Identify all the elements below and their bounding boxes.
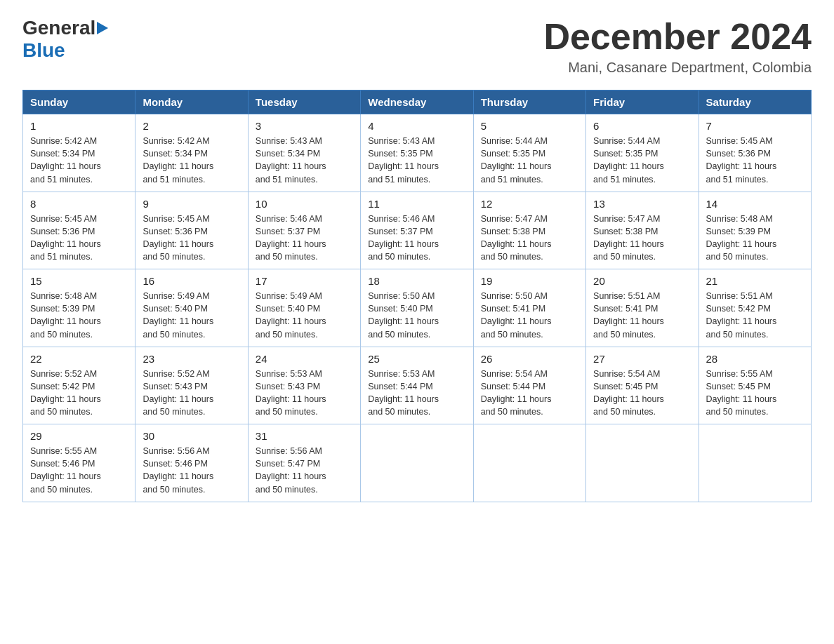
day-number: 9 xyxy=(143,198,240,210)
calendar-table: SundayMondayTuesdayWednesdayThursdayFrid… xyxy=(22,90,812,502)
weekday-header-tuesday: Tuesday xyxy=(248,90,360,114)
day-info: Sunrise: 5:42 AM Sunset: 5:34 PM Dayligh… xyxy=(143,135,240,186)
day-number: 3 xyxy=(256,120,353,132)
day-number: 6 xyxy=(593,120,691,132)
day-number: 12 xyxy=(481,198,578,210)
day-info: Sunrise: 5:48 AM Sunset: 5:39 PM Dayligh… xyxy=(706,213,804,264)
empty-cell xyxy=(586,424,699,502)
day-cell-23: 23 Sunrise: 5:52 AM Sunset: 5:43 PM Dayl… xyxy=(135,347,248,424)
day-info: Sunrise: 5:55 AM Sunset: 5:46 PM Dayligh… xyxy=(30,445,128,496)
week-row-3: 15 Sunrise: 5:48 AM Sunset: 5:39 PM Dayl… xyxy=(23,269,812,347)
day-info: Sunrise: 5:46 AM Sunset: 5:37 PM Dayligh… xyxy=(368,213,465,264)
day-cell-30: 30 Sunrise: 5:56 AM Sunset: 5:46 PM Dayl… xyxy=(135,424,248,502)
day-info: Sunrise: 5:47 AM Sunset: 5:38 PM Dayligh… xyxy=(593,213,691,264)
day-cell-22: 22 Sunrise: 5:52 AM Sunset: 5:42 PM Dayl… xyxy=(23,347,135,424)
day-cell-27: 27 Sunrise: 5:54 AM Sunset: 5:45 PM Dayl… xyxy=(586,347,699,424)
day-number: 10 xyxy=(256,198,353,210)
weekday-header-row: SundayMondayTuesdayWednesdayThursdayFrid… xyxy=(23,90,812,114)
day-cell-21: 21 Sunrise: 5:51 AM Sunset: 5:42 PM Dayl… xyxy=(699,269,811,347)
day-info: Sunrise: 5:43 AM Sunset: 5:34 PM Dayligh… xyxy=(256,135,353,186)
day-number: 2 xyxy=(143,120,240,132)
day-cell-11: 11 Sunrise: 5:46 AM Sunset: 5:37 PM Dayl… xyxy=(361,192,473,269)
day-number: 18 xyxy=(368,275,465,287)
day-number: 4 xyxy=(368,120,465,132)
day-number: 26 xyxy=(481,353,578,365)
day-number: 28 xyxy=(706,353,804,365)
day-cell-9: 9 Sunrise: 5:45 AM Sunset: 5:36 PM Dayli… xyxy=(135,192,248,269)
logo-arrow-icon xyxy=(97,22,108,34)
day-info: Sunrise: 5:44 AM Sunset: 5:35 PM Dayligh… xyxy=(481,135,578,186)
day-cell-10: 10 Sunrise: 5:46 AM Sunset: 5:37 PM Dayl… xyxy=(248,192,360,269)
day-info: Sunrise: 5:50 AM Sunset: 5:41 PM Dayligh… xyxy=(481,290,578,341)
day-cell-14: 14 Sunrise: 5:48 AM Sunset: 5:39 PM Dayl… xyxy=(699,192,811,269)
day-cell-16: 16 Sunrise: 5:49 AM Sunset: 5:40 PM Dayl… xyxy=(135,269,248,347)
day-number: 27 xyxy=(593,353,691,365)
page-header: General Blue December 2024 Mani, Casanar… xyxy=(22,17,812,76)
weekday-header-saturday: Saturday xyxy=(699,90,811,114)
day-info: Sunrise: 5:55 AM Sunset: 5:45 PM Dayligh… xyxy=(706,368,804,419)
day-cell-24: 24 Sunrise: 5:53 AM Sunset: 5:43 PM Dayl… xyxy=(248,347,360,424)
day-info: Sunrise: 5:52 AM Sunset: 5:42 PM Dayligh… xyxy=(30,368,128,419)
day-number: 19 xyxy=(481,275,578,287)
day-cell-15: 15 Sunrise: 5:48 AM Sunset: 5:39 PM Dayl… xyxy=(23,269,135,347)
day-cell-29: 29 Sunrise: 5:55 AM Sunset: 5:46 PM Dayl… xyxy=(23,424,135,502)
day-cell-13: 13 Sunrise: 5:47 AM Sunset: 5:38 PM Dayl… xyxy=(586,192,699,269)
empty-cell xyxy=(699,424,811,502)
day-cell-5: 5 Sunrise: 5:44 AM Sunset: 5:35 PM Dayli… xyxy=(473,114,585,192)
day-info: Sunrise: 5:45 AM Sunset: 5:36 PM Dayligh… xyxy=(30,213,128,264)
day-number: 30 xyxy=(143,430,240,442)
day-info: Sunrise: 5:45 AM Sunset: 5:36 PM Dayligh… xyxy=(706,135,804,186)
day-number: 15 xyxy=(30,275,128,287)
day-cell-6: 6 Sunrise: 5:44 AM Sunset: 5:35 PM Dayli… xyxy=(586,114,699,192)
day-number: 5 xyxy=(481,120,578,132)
day-info: Sunrise: 5:49 AM Sunset: 5:40 PM Dayligh… xyxy=(256,290,353,341)
day-cell-26: 26 Sunrise: 5:54 AM Sunset: 5:44 PM Dayl… xyxy=(473,347,585,424)
day-info: Sunrise: 5:50 AM Sunset: 5:40 PM Dayligh… xyxy=(368,290,465,341)
week-row-2: 8 Sunrise: 5:45 AM Sunset: 5:36 PM Dayli… xyxy=(23,192,812,269)
day-number: 13 xyxy=(593,198,691,210)
day-cell-18: 18 Sunrise: 5:50 AM Sunset: 5:40 PM Dayl… xyxy=(361,269,473,347)
logo-blue-text: Blue xyxy=(22,39,65,62)
day-info: Sunrise: 5:56 AM Sunset: 5:46 PM Dayligh… xyxy=(143,445,240,496)
title-section: December 2024 Mani, Casanare Department,… xyxy=(543,17,812,76)
day-info: Sunrise: 5:42 AM Sunset: 5:34 PM Dayligh… xyxy=(30,135,128,186)
month-title: December 2024 xyxy=(543,17,812,57)
weekday-header-sunday: Sunday xyxy=(23,90,135,114)
day-number: 8 xyxy=(30,198,128,210)
day-number: 14 xyxy=(706,198,804,210)
day-cell-20: 20 Sunrise: 5:51 AM Sunset: 5:41 PM Dayl… xyxy=(586,269,699,347)
day-info: Sunrise: 5:49 AM Sunset: 5:40 PM Dayligh… xyxy=(143,290,240,341)
logo-blue: Blue xyxy=(22,39,65,61)
day-cell-17: 17 Sunrise: 5:49 AM Sunset: 5:40 PM Dayl… xyxy=(248,269,360,347)
day-cell-8: 8 Sunrise: 5:45 AM Sunset: 5:36 PM Dayli… xyxy=(23,192,135,269)
day-info: Sunrise: 5:44 AM Sunset: 5:35 PM Dayligh… xyxy=(593,135,691,186)
day-cell-7: 7 Sunrise: 5:45 AM Sunset: 5:36 PM Dayli… xyxy=(699,114,811,192)
day-cell-2: 2 Sunrise: 5:42 AM Sunset: 5:34 PM Dayli… xyxy=(135,114,248,192)
day-number: 23 xyxy=(143,353,240,365)
day-cell-3: 3 Sunrise: 5:43 AM Sunset: 5:34 PM Dayli… xyxy=(248,114,360,192)
day-cell-1: 1 Sunrise: 5:42 AM Sunset: 5:34 PM Dayli… xyxy=(23,114,135,192)
week-row-5: 29 Sunrise: 5:55 AM Sunset: 5:46 PM Dayl… xyxy=(23,424,812,502)
day-info: Sunrise: 5:51 AM Sunset: 5:42 PM Dayligh… xyxy=(706,290,804,341)
logo-general-text: General xyxy=(22,17,95,39)
day-cell-28: 28 Sunrise: 5:55 AM Sunset: 5:45 PM Dayl… xyxy=(699,347,811,424)
week-row-1: 1 Sunrise: 5:42 AM Sunset: 5:34 PM Dayli… xyxy=(23,114,812,192)
day-number: 1 xyxy=(30,120,128,132)
day-number: 16 xyxy=(143,275,240,287)
day-info: Sunrise: 5:51 AM Sunset: 5:41 PM Dayligh… xyxy=(593,290,691,341)
day-number: 25 xyxy=(368,353,465,365)
day-number: 11 xyxy=(368,198,465,210)
day-number: 24 xyxy=(256,353,353,365)
day-number: 29 xyxy=(30,430,128,442)
day-number: 22 xyxy=(30,353,128,365)
day-cell-12: 12 Sunrise: 5:47 AM Sunset: 5:38 PM Dayl… xyxy=(473,192,585,269)
day-info: Sunrise: 5:46 AM Sunset: 5:37 PM Dayligh… xyxy=(256,213,353,264)
day-info: Sunrise: 5:47 AM Sunset: 5:38 PM Dayligh… xyxy=(481,213,578,264)
day-info: Sunrise: 5:45 AM Sunset: 5:36 PM Dayligh… xyxy=(143,213,240,264)
day-info: Sunrise: 5:56 AM Sunset: 5:47 PM Dayligh… xyxy=(256,445,353,496)
day-number: 31 xyxy=(256,430,353,442)
day-number: 17 xyxy=(256,275,353,287)
day-number: 7 xyxy=(706,120,804,132)
day-info: Sunrise: 5:48 AM Sunset: 5:39 PM Dayligh… xyxy=(30,290,128,341)
week-row-4: 22 Sunrise: 5:52 AM Sunset: 5:42 PM Dayl… xyxy=(23,347,812,424)
